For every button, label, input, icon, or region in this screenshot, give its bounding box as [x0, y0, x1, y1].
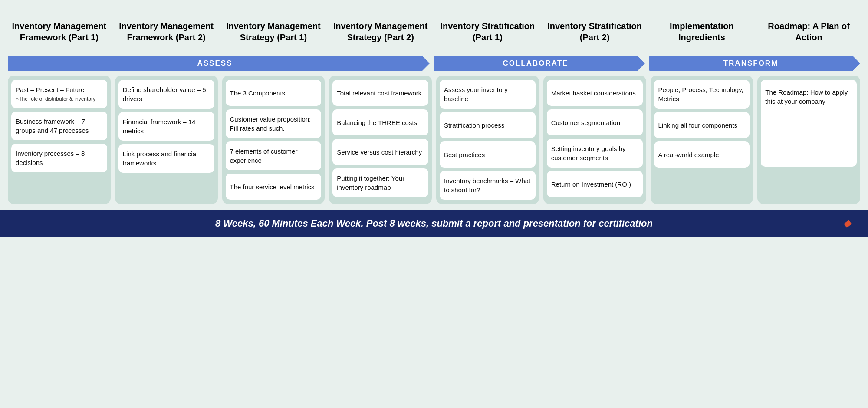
card-1-item-1: Past – Present – Future ○The role of dis…: [11, 80, 107, 108]
card-3-item-3: 7 elements of customer experience: [226, 141, 322, 170]
transform-label: TRANSFORM: [649, 56, 852, 71]
col-wrapper-2: Inventory Management Framework (Part 2): [115, 8, 218, 56]
card-3-item-2-main: Customer value proposition: Fill rates a…: [230, 115, 317, 133]
card-5-item-2-main: Stratification process: [444, 121, 531, 130]
collaborate-arrow: COLLABORATE: [434, 56, 645, 71]
card-3-item-3-main: 7 elements of customer experience: [230, 147, 317, 165]
card-8-item-1-main: The Roadmap: How to apply this at your c…: [765, 88, 852, 106]
column-card-5: Assess your inventory baseline Stratific…: [436, 76, 539, 204]
headers-row: Inventory Management Framework (Part 1) …: [8, 8, 860, 56]
col-header-6: Inventory Stratification (Part 2): [543, 8, 646, 56]
card-2-item-1-main: Define shareholder value – 5 drivers: [123, 85, 210, 103]
card-4-item-2-main: Balancing the THREE costs: [337, 118, 424, 127]
card-3-item-1: The 3 Components: [226, 80, 322, 106]
footer-bar: 8 Weeks, 60 Minutes Each Week. Post 8 we…: [0, 210, 868, 237]
card-1-item-3-main: Inventory processes – 8 decisions: [16, 149, 103, 167]
col-header-5: Inventory Stratification (Part 1): [436, 8, 539, 56]
card-6-item-4: Return on Investment (ROI): [547, 171, 643, 197]
card-4-item-3-main: Service versus cost hierarchy: [337, 148, 424, 157]
column-card-4: Total relevant cost framework Balancing …: [329, 76, 432, 204]
card-1-item-2: Business framework – 7 groups and 47 pro…: [11, 112, 107, 140]
card-5-item-1: Assess your inventory baseline: [440, 80, 536, 109]
card-3-item-1-main: The 3 Components: [230, 89, 317, 98]
col-wrapper-6: Inventory Stratification (Part 2): [543, 8, 646, 56]
card-2-item-3-main: Link process and financial frameworks: [123, 149, 210, 168]
col-header-3: Inventory Management Strategy (Part 1): [222, 8, 325, 56]
card-6-item-4-main: Return on Investment (ROI): [551, 180, 638, 189]
card-3-item-4: The four service level metrics: [226, 174, 322, 200]
card-8-item-1: The Roadmap: How to apply this at your c…: [761, 80, 857, 167]
card-5-item-4-main: Inventory benchmarks – What to shoot for…: [444, 176, 531, 194]
card-7-item-3: A real-world example: [654, 141, 750, 168]
col-wrapper-8: Roadmap: A Plan of Action: [757, 8, 860, 56]
card-4-item-4-main: Putting it together: Your inventory road…: [337, 174, 424, 192]
card-1-item-2-main: Business framework – 7 groups and 47 pro…: [16, 117, 103, 135]
col-header-7: Implementation Ingredients: [651, 8, 753, 56]
column-card-6: Market basket considerations Customer se…: [543, 76, 646, 204]
column-card-8: The Roadmap: How to apply this at your c…: [757, 76, 860, 204]
card-7-item-2: Linking all four components: [654, 112, 750, 138]
card-1-item-3: Inventory processes – 8 decisions: [11, 144, 107, 172]
card-7-item-1-main: People, Process, Technology, Metrics: [658, 85, 746, 103]
card-2-item-1: Define shareholder value – 5 drivers: [118, 80, 214, 109]
card-2-item-2: Financial framework – 14 metrics: [118, 112, 214, 141]
transform-tip: [852, 56, 860, 71]
card-3-item-2: Customer value proposition: Fill rates a…: [226, 109, 322, 138]
card-4-item-1: Total relevant cost framework: [332, 80, 428, 106]
footer-text: 8 Weeks, 60 Minutes Each Week. Post 8 we…: [215, 218, 653, 229]
column-card-3: The 3 Components Customer value proposit…: [222, 76, 325, 204]
col-wrapper-5: Inventory Stratification (Part 1): [436, 8, 539, 56]
cards-row: Past – Present – Future ○The role of dis…: [8, 76, 860, 204]
card-5-item-1-main: Assess your inventory baseline: [444, 85, 531, 103]
card-5-item-4: Inventory benchmarks – What to shoot for…: [440, 171, 536, 200]
card-4-item-2: Balancing the THREE costs: [332, 109, 428, 135]
card-4-item-4: Putting it together: Your inventory road…: [332, 168, 428, 197]
col-header-4: Inventory Management Strategy (Part 2): [329, 8, 432, 56]
transform-arrow: TRANSFORM: [649, 56, 860, 71]
card-5-item-2: Stratification process: [440, 112, 536, 138]
card-6-item-3-main: Setting inventory goals by customer segm…: [551, 144, 638, 162]
arrow-row: ASSESS COLLABORATE TRANSFORM: [8, 56, 860, 71]
col-wrapper-7: Implementation Ingredients: [651, 8, 753, 56]
col-header-2: Inventory Management Framework (Part 2): [115, 8, 218, 56]
column-card-2: Define shareholder value – 5 drivers Fin…: [115, 76, 218, 204]
card-2-item-2-main: Financial framework – 14 metrics: [123, 117, 210, 135]
assess-tip: [422, 56, 430, 71]
card-3-item-4-main: The four service level metrics: [230, 182, 317, 191]
card-5-item-3: Best practices: [440, 141, 536, 168]
collaborate-label: COLLABORATE: [434, 56, 637, 71]
col-wrapper-1: Inventory Management Framework (Part 1): [8, 8, 111, 56]
col-header-1: Inventory Management Framework (Part 1): [8, 8, 111, 56]
card-1-item-1-main: Past – Present – Future: [16, 85, 103, 94]
card-4-item-1-main: Total relevant cost framework: [337, 89, 424, 98]
card-5-item-3-main: Best practices: [444, 150, 531, 159]
main-container: Inventory Management Framework (Part 1) …: [0, 0, 868, 204]
footer-diamond-icon: ◆: [843, 218, 851, 229]
collaborate-tip: [637, 56, 645, 71]
col-header-8: Roadmap: A Plan of Action: [757, 8, 860, 56]
card-6-item-1-main: Market basket considerations: [551, 89, 638, 98]
col-wrapper-4: Inventory Management Strategy (Part 2): [329, 8, 432, 56]
card-6-item-2-main: Customer segmentation: [551, 118, 638, 127]
card-6-item-1: Market basket considerations: [547, 80, 643, 106]
card-7-item-3-main: A real-world example: [658, 150, 746, 159]
column-card-7: People, Process, Technology, Metrics Lin…: [651, 76, 753, 204]
assess-arrow: ASSESS: [8, 56, 430, 71]
card-4-item-3: Service versus cost hierarchy: [332, 139, 428, 165]
card-2-item-3: Link process and financial frameworks: [118, 144, 214, 173]
column-card-1: Past – Present – Future ○The role of dis…: [8, 76, 111, 204]
card-6-item-2: Customer segmentation: [547, 109, 643, 135]
assess-label: ASSESS: [8, 56, 422, 71]
card-6-item-3: Setting inventory goals by customer segm…: [547, 139, 643, 168]
card-1-item-1-sub: ○The role of distributor & inventory: [16, 95, 103, 103]
card-7-item-2-main: Linking all four components: [658, 121, 746, 130]
col-wrapper-3: Inventory Management Strategy (Part 1): [222, 8, 325, 56]
card-7-item-1: People, Process, Technology, Metrics: [654, 80, 750, 109]
